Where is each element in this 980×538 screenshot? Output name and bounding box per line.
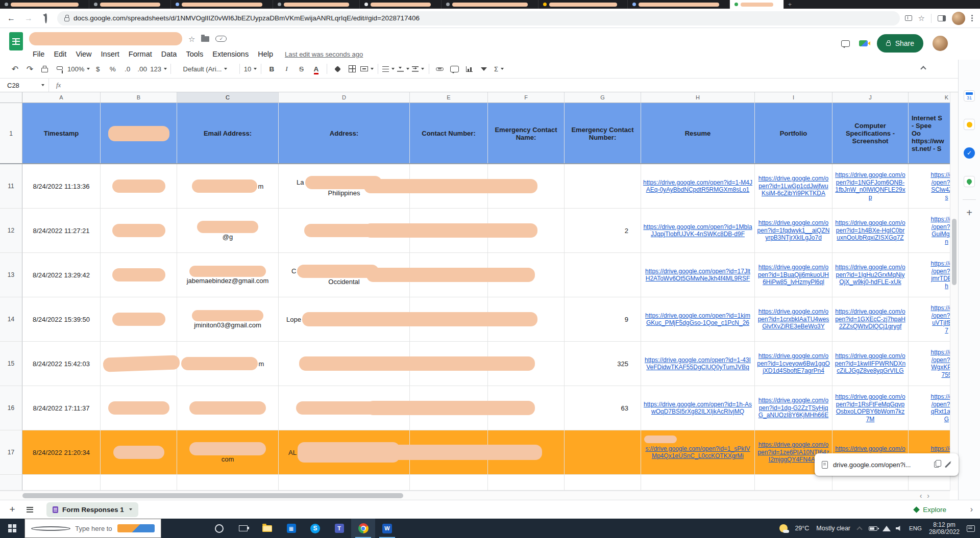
insert-link-button[interactable] xyxy=(433,62,447,76)
vertical-align-button[interactable] xyxy=(397,62,410,76)
name-box[interactable]: C28 xyxy=(0,79,49,92)
column-header-I[interactable]: I xyxy=(755,92,832,103)
browser-tab-8[interactable] xyxy=(628,0,730,9)
forward-button[interactable]: → xyxy=(22,14,35,23)
cell-H17[interactable]: s://drive.google.com/open?id=1_sPkIVMp4Q… xyxy=(641,430,755,475)
drive-link[interactable]: https://drive.google.com/open?id=1h4BXe-… xyxy=(835,219,906,242)
cell-C17[interactable]: com xyxy=(177,430,279,475)
horizontal-scrollbar[interactable]: ‹ › xyxy=(0,491,950,500)
menu-tools[interactable]: Tools xyxy=(182,49,207,59)
column-header-B[interactable]: B xyxy=(101,92,177,103)
cell-K16[interactable]: https://drive/open?id=1qRxt1au6I7G xyxy=(909,386,950,430)
column-header-K[interactable]: K xyxy=(909,92,950,103)
drive-link-fragment[interactable]: jmrTDEo07 xyxy=(931,275,950,283)
cell-A15[interactable]: 8/24/2022 15:42:03 xyxy=(22,342,101,386)
horizontal-scrollbar-thumb[interactable] xyxy=(22,493,403,498)
drive-link[interactable]: https://drive.google.com/open?id=1MblaJJ… xyxy=(643,223,752,238)
drive-link-fragment[interactable]: https://drive xyxy=(930,349,950,356)
cell-A14[interactable]: 8/24/2022 15:39:50 xyxy=(22,297,101,342)
star-document-icon[interactable]: ☆ xyxy=(188,35,195,43)
cell-J16[interactable]: https://drive.google.com/open?id=1RsFtFe… xyxy=(832,386,909,430)
cell-G12[interactable]: 2 xyxy=(565,209,641,253)
browser-tab-5[interactable] xyxy=(360,0,442,9)
cell-C18[interactable] xyxy=(177,475,279,491)
increase-decimal-button[interactable]: .00 xyxy=(135,62,149,76)
app-task-view[interactable] xyxy=(231,519,255,538)
share-button[interactable]: Share xyxy=(877,34,923,53)
cell-G13[interactable] xyxy=(565,253,641,297)
cell-H13[interactable]: https://drive.google.com/open?id=17JltH2… xyxy=(641,253,755,297)
cell-F18[interactable] xyxy=(488,475,565,491)
panel-expand-chevron-icon[interactable]: › xyxy=(970,505,973,514)
cell-G17[interactable] xyxy=(565,430,641,475)
app-file-explorer[interactable] xyxy=(255,519,279,538)
cell-A11[interactable]: 8/24/2022 11:13:36 xyxy=(22,164,101,209)
cell-D1[interactable]: Address: xyxy=(279,103,410,164)
bookmark-star-icon[interactable]: ☆ xyxy=(918,14,925,22)
drive-link-fragment[interactable]: /open?id=1 xyxy=(932,356,950,364)
strikethrough-button[interactable]: S xyxy=(295,62,308,76)
start-button[interactable] xyxy=(0,519,24,538)
address-bar[interactable]: docs.google.com/spreadsheets/d/1NMVOglII… xyxy=(57,11,900,25)
scroll-right-icon[interactable]: › xyxy=(927,492,929,500)
paint-format-button[interactable] xyxy=(53,62,66,76)
cell-B1[interactable] xyxy=(101,103,177,164)
menu-data[interactable]: Data xyxy=(158,49,181,59)
borders-button[interactable] xyxy=(346,62,359,76)
weather-temp[interactable]: 29°C xyxy=(795,525,809,532)
cell-J1[interactable]: Computer Specifications - Screenshot xyxy=(832,103,909,164)
browser-tab-1[interactable] xyxy=(0,0,89,9)
cell-E16[interactable] xyxy=(410,386,488,430)
row-header-18[interactable] xyxy=(0,475,22,491)
drive-link-fragment[interactable]: /open?id=1 xyxy=(932,223,950,231)
cell-G11[interactable] xyxy=(565,164,641,209)
cell-K1[interactable]: Internet S- SpeeOohttps://wwst.net/ - S xyxy=(909,103,950,164)
insert-chart-button[interactable] xyxy=(462,62,476,76)
cell-K15[interactable]: https://drive/open?id=1WgxKPsSe755 xyxy=(909,342,950,386)
cell-H16[interactable]: https://drive.google.com/open?id=1h-AswO… xyxy=(641,386,755,430)
cell-B18[interactable] xyxy=(101,475,177,491)
app-chrome[interactable] xyxy=(351,519,375,538)
drive-link-fragment[interactable]: https://drive xyxy=(930,216,950,223)
cell-I15[interactable]: https://drive.google.com/open?id=1cveyow… xyxy=(755,342,832,386)
italic-button[interactable]: I xyxy=(280,62,293,76)
drive-link[interactable]: https://drive.google.com/open?id=1kjmGKu… xyxy=(643,312,752,327)
drive-link-fragment[interactable]: https://drive xyxy=(930,260,950,268)
drive-link-fragment[interactable]: uVTjIfEGX xyxy=(932,319,950,327)
cell-B14[interactable] xyxy=(101,297,177,342)
menu-insert[interactable]: Insert xyxy=(97,49,123,59)
language-indicator[interactable]: ENG xyxy=(909,525,922,531)
row-header-12[interactable]: 12 xyxy=(0,209,22,253)
undo-button[interactable]: ↶ xyxy=(8,62,22,76)
drive-link-fragment[interactable]: 7 xyxy=(945,327,948,335)
drive-link[interactable]: https://drive.google.com/open?id=17JltH2… xyxy=(643,268,752,283)
cell-E11[interactable] xyxy=(410,164,488,209)
share-page-icon[interactable] xyxy=(905,15,912,21)
meet-camera-icon[interactable] xyxy=(859,40,868,46)
drive-link-fragment[interactable]: G xyxy=(944,416,949,423)
insert-comment-button[interactable] xyxy=(448,62,461,76)
cell-I1[interactable]: Portfolio xyxy=(755,103,832,164)
app-cortana[interactable] xyxy=(207,519,231,538)
redo-button[interactable]: ↷ xyxy=(23,62,37,76)
text-wrap-button[interactable] xyxy=(411,62,425,76)
drive-link[interactable]: https://drive.google.com/open?id=1BuaQjj… xyxy=(757,264,830,286)
add-addon-button[interactable]: + xyxy=(966,207,972,219)
cell-I12[interactable]: https://drive.google.com/open?id=1fqdwyk… xyxy=(755,209,832,253)
zoom-select[interactable]: 100% xyxy=(67,62,90,76)
all-sheets-icon[interactable] xyxy=(27,507,33,513)
print-button[interactable] xyxy=(38,62,52,76)
font-select[interactable]: Default (Ari... xyxy=(175,62,236,76)
drive-link[interactable]: https://drive.google.com/open?id=1fqdwyk… xyxy=(757,219,830,242)
browser-tab-6[interactable] xyxy=(442,0,538,9)
drive-link-fragment[interactable]: n xyxy=(945,238,948,246)
volume-icon[interactable] xyxy=(896,526,902,531)
drive-link[interactable]: s://drive.google.com/open?id=1_sPkIVMp4Q… xyxy=(643,445,752,460)
cell-E17[interactable] xyxy=(410,430,488,475)
merge-cells-button[interactable] xyxy=(360,62,374,76)
drive-link-fragment[interactable]: SClw4ZPTI xyxy=(931,186,950,194)
cell-A18[interactable] xyxy=(22,475,101,491)
cell-B17[interactable] xyxy=(101,430,177,475)
cell-J13[interactable]: https://drive.google.com/open?id=1IgHu2G… xyxy=(832,253,909,297)
cell-A1[interactable]: Timestamp xyxy=(22,103,101,164)
